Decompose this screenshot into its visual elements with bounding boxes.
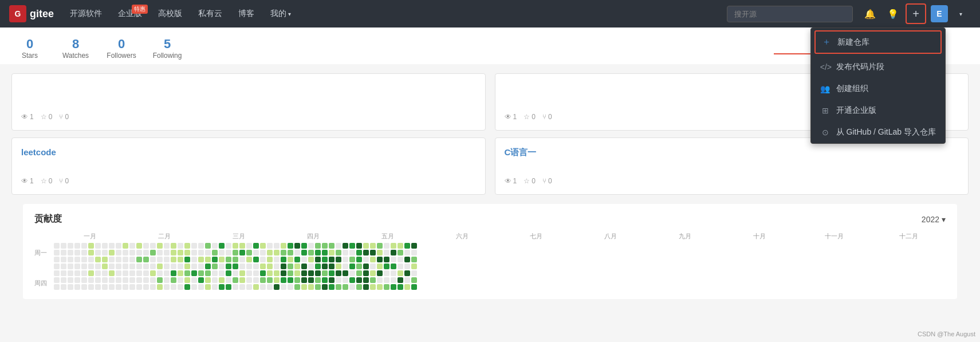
plus-button[interactable]: + [906,3,926,24]
dropdown-item-enterprise[interactable]: ⊞ 开通企业版 [811,100,945,121]
star-icon-2: ☆ [524,113,530,121]
stat-stars[interactable]: 0 Stars [11,37,57,64]
month-feb: 二月 [127,232,202,241]
contribution-section: 贡献度 2022 ▾ 一月 二月 三月 四月 五月 六月 七月 八月 九月 十月… [23,204,957,299]
month-mar: 三月 [202,232,276,241]
star-icon-3: ☆ [41,177,47,185]
month-dec: 十二月 [871,232,946,241]
c-stars: ☆ 0 [524,177,536,185]
nav-item-enterprise[interactable]: 企业版 特惠 [111,0,149,27]
stat-watches[interactable]: 8 Watches [57,37,103,64]
repo-leetcode-title[interactable]: leetcode [21,147,476,157]
new-repo-icon: ＋ [821,36,832,48]
org-icon: 👥 [820,84,831,93]
mine-dropdown-arrow: ▾ [288,11,291,17]
fork-icon-4: ⑂ [542,177,546,185]
nav-item-mine[interactable]: 我的 ▾ [263,0,298,27]
repo-card-leetcode: leetcode 👁 1 ☆ 0 ⑂ 0 [11,137,486,195]
nav-item-opensource[interactable]: 开源软件 [63,0,109,27]
star-icon: ☆ [41,113,47,121]
stars-label: Stars [22,52,38,60]
navbar-icons: 🔔 💡 + E ▾ [860,3,971,24]
month-jun: 六月 [425,232,499,241]
avatar-dropdown-arrow[interactable]: ▾ [950,3,971,24]
lightbulb-icon[interactable]: 💡 [883,3,903,24]
import-icon: ⊙ [820,128,831,137]
day-mon: 周一 [34,249,52,255]
dropdown-item-new-repo[interactable]: ＋ 新建仓库 [814,30,942,54]
leetcode-views: 👁 1 [21,177,34,185]
watches-count: 8 [72,37,79,52]
day-wed [34,264,52,270]
month-jan: 一月 [53,232,127,241]
eye-icon-2: 👁 [505,113,511,121]
repo-2-stars: ☆ 0 [524,113,536,121]
stat-following[interactable]: 5 Following [149,37,195,64]
navbar: G gitee 开源软件 企业版 特惠 高校版 私有云 博客 我的 ▾ 🔔 💡 … [0,0,980,27]
logo-icon: G [9,5,26,22]
month-oct: 十月 [722,232,797,241]
nav-item-university[interactable]: 高校版 [151,0,189,27]
avatar[interactable]: E [931,5,948,22]
year-selector[interactable]: 2022 ▾ [922,215,946,224]
repo-1-forks: ⑂ 0 [59,113,69,121]
notification-icon[interactable]: 🔔 [860,3,880,24]
eye-icon-3: 👁 [21,177,28,185]
repo-card-1-stats: 👁 1 ☆ 0 ⑂ 0 [21,108,476,121]
watches-label: Watches [62,52,89,60]
month-nov: 十一月 [797,232,871,241]
logo-text: gitee [30,8,54,20]
followers-count: 0 [118,37,125,52]
repo-1-stars: ☆ 0 [41,113,53,121]
stat-followers[interactable]: 0 Followers [103,37,149,64]
following-label: Following [153,52,182,60]
repo-c-stats: 👁 1 ☆ 0 ⑂ 0 [505,172,959,185]
contribution-wrapper: 贡献度 2022 ▾ 一月 二月 三月 四月 五月 六月 七月 八月 九月 十月… [0,204,980,308]
dropdown-item-snippet[interactable]: </> 发布代码片段 [811,56,945,78]
dropdown-item-import[interactable]: ⊙ 从 GitHub / GitLab 导入仓库 [811,121,945,143]
following-count: 5 [164,37,171,52]
c-forks: ⑂ 0 [542,177,552,185]
contribution-title: 贡献度 [34,213,62,225]
contribution-grid-container: 周一 周四 [34,243,946,290]
leetcode-forks: ⑂ 0 [59,177,69,185]
month-jul: 七月 [499,232,574,241]
dropdown-item-org[interactable]: 👥 创建组织 [811,78,945,100]
year-dropdown-arrow: ▾ [942,215,946,224]
month-aug: 八月 [573,232,648,241]
month-sep: 九月 [648,232,722,241]
repo-c-title[interactable]: C语言一 [505,147,959,158]
c-views: 👁 1 [505,177,517,185]
month-apr: 四月 [276,232,351,241]
fork-icon-3: ⑂ [59,177,63,185]
stars-count: 0 [26,37,33,52]
day-fri: 周四 [34,279,52,286]
enterprise-icon: ⊞ [820,106,831,115]
logo-letter: G [15,9,21,18]
month-labels: 一月 二月 三月 四月 五月 六月 七月 八月 九月 十月 十一月 十二月 [34,232,946,241]
repo-1-views: 👁 1 [21,113,34,121]
nav-item-blog[interactable]: 博客 [231,0,261,27]
contribution-header: 贡献度 2022 ▾ [34,213,946,225]
snippet-icon: </> [820,62,831,72]
fork-icon: ⑂ [59,113,63,121]
repo-2-views: 👁 1 [505,113,517,121]
search-container [727,6,853,22]
repo-2-forks: ⑂ 0 [542,113,552,121]
star-icon-4: ☆ [524,177,530,185]
eye-icon: 👁 [21,113,28,121]
followers-label: Followers [107,52,136,60]
dropdown-menu: ＋ 新建仓库 </> 发布代码片段 👥 创建组织 ⊞ 开通企业版 ⊙ 从 Git… [810,27,946,144]
fork-icon-2: ⑂ [542,113,546,121]
contribution-grid [54,243,946,290]
repo-card-1: 👁 1 ☆ 0 ⑂ 0 [11,73,486,131]
logo[interactable]: G gitee [9,5,54,22]
repo-row-2: leetcode 👁 1 ☆ 0 ⑂ 0 C语言一 👁 [11,137,969,195]
search-input[interactable] [727,6,853,22]
eye-icon-4: 👁 [505,177,511,185]
repo-card-c: C语言一 👁 1 ☆ 0 ⑂ 0 [495,137,969,195]
repo-leetcode-stats: 👁 1 ☆ 0 ⑂ 0 [21,172,476,185]
nav-item-private-cloud[interactable]: 私有云 [191,0,229,27]
enterprise-badge: 特惠 [132,5,148,14]
leetcode-stars: ☆ 0 [41,177,53,185]
